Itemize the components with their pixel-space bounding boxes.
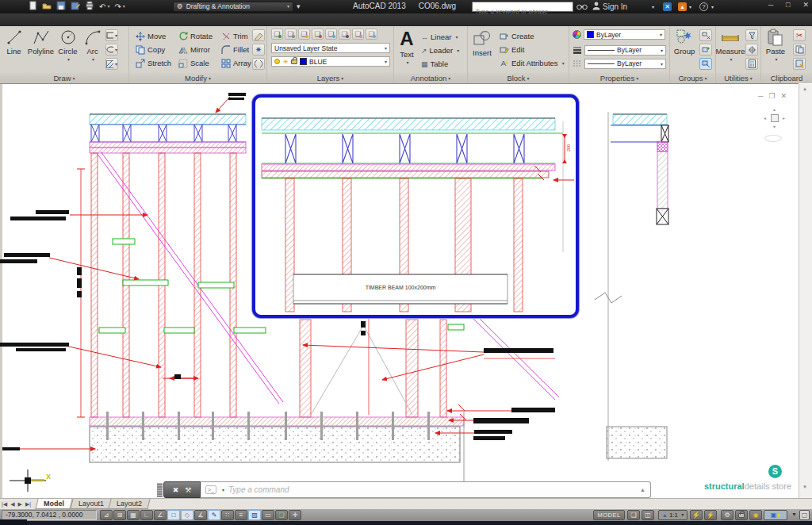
command-input[interactable]: >_ ▾ Type a command ▲ (201, 481, 651, 498)
layer-state-dropdown[interactable]: Unsaved Layer State▾ (271, 43, 390, 53)
trim-button[interactable]: Trim▾ (221, 30, 255, 42)
lineweight-toggle[interactable]: ≡ (235, 510, 247, 520)
polar-tracking-toggle[interactable]: ∠ (154, 510, 167, 520)
layer-unisolate-icon[interactable]: ❏ (312, 29, 324, 40)
create-block-button[interactable]: Create (500, 30, 534, 42)
group-button[interactable]: Group (672, 29, 697, 73)
status-options-icon[interactable]: ▾ (790, 510, 799, 520)
lineweight-dropdown[interactable]: ByLayer▾ (584, 45, 666, 56)
hardware-acceleration-icon[interactable]: ◉ (749, 510, 762, 520)
selection-cycling-toggle[interactable]: ❏ (275, 510, 288, 520)
layer-off-icon[interactable]: ❏ (339, 29, 350, 40)
quick-select-icon[interactable] (745, 29, 758, 41)
layer-state-icon[interactable]: ❏ (285, 29, 297, 40)
snap-mode-toggle[interactable]: ⊞ (113, 510, 126, 520)
panel-footer-properties[interactable]: Properties▾ (569, 73, 669, 83)
quick-view-layouts-icon[interactable]: ❏ (627, 510, 640, 520)
layer-properties-icon[interactable]: ❏ (271, 29, 283, 40)
comm-chevron-icon[interactable]: ▾ (689, 2, 691, 13)
panel-footer-clipboard[interactable]: Clipboard (761, 73, 812, 83)
object-snap-toggle[interactable]: □ (167, 510, 180, 520)
move-button[interactable]: Move (136, 30, 166, 42)
group-edit-icon[interactable] (699, 44, 712, 56)
object-snap-tracking-toggle[interactable]: ∡ (194, 510, 207, 520)
command-expand-icon[interactable]: ▲ (640, 487, 645, 492)
layer-thaw-sun-icon[interactable]: ☀ (282, 58, 289, 66)
layer-unlock-icon[interactable] (291, 59, 297, 64)
cut-icon[interactable]: ✂ (793, 29, 806, 41)
workspace-dropdown[interactable]: ⚙ Drafting & Annotation ▾ (173, 2, 293, 12)
panel-footer-modify[interactable]: Modify▾ (129, 73, 266, 83)
ellipse-tool-icon[interactable]: ▾ (105, 44, 118, 56)
quick-properties-toggle[interactable]: ▭ (262, 510, 274, 520)
insert-block-button[interactable]: Insert (469, 29, 495, 73)
edit-attributes-button[interactable]: Edit Attributes▾ (500, 57, 565, 69)
dynamic-ucs-toggle[interactable]: ✎ (208, 510, 220, 520)
command-close-icon[interactable]: ✖ (173, 486, 179, 494)
viewport-restore-icon[interactable]: ❐ (768, 92, 775, 100)
layer-dropdown[interactable]: ☀ BLUE ▾ (271, 56, 390, 67)
plot-icon[interactable] (85, 1, 94, 13)
leader-button[interactable]: ↗Leader▾ (421, 44, 459, 56)
quick-calc-icon[interactable] (745, 58, 758, 70)
copy-button[interactable]: Copy (136, 44, 165, 56)
command-wrench-icon[interactable]: ⚒ (185, 486, 191, 494)
help-chevron-icon[interactable]: ▾ (711, 2, 714, 13)
viewport-minimize-icon[interactable]: ─ (758, 92, 763, 100)
drawing-canvas[interactable]: TIMBER BEAM 100x200mm 200 ─ ❐ ✕ ▴▾ ◂▸ (0, 83, 799, 498)
navigation-wheel-icon[interactable] (764, 135, 782, 142)
stretch-button[interactable]: Stretch (136, 57, 171, 69)
minimize-button[interactable]: ─ (768, 1, 773, 9)
tab-prev-icon[interactable]: ◀ (10, 500, 14, 509)
panel-footer-block[interactable]: Block▾ (468, 73, 569, 83)
ungroup-icon[interactable] (699, 29, 712, 41)
model-space-button[interactable]: MODEL (593, 510, 625, 520)
sign-in-button[interactable]: Sign In (603, 2, 627, 12)
table-button[interactable]: ▦Table (421, 58, 448, 70)
sign-in-chevron-icon[interactable]: ▾ (652, 2, 654, 13)
dynamic-input-toggle[interactable]: ∷ (221, 510, 234, 520)
communication-center-icon[interactable]: ▲ (678, 2, 687, 11)
pan-navigation-widget[interactable]: ▴▾ ◂▸ (763, 106, 787, 130)
layer-on-bulb-icon[interactable] (274, 59, 280, 64)
explode-tool-icon[interactable]: ✷ (252, 44, 265, 56)
panel-footer-utilities[interactable]: Utilities▾ (716, 73, 760, 83)
panel-footer-draw[interactable]: Draw▾ (0, 73, 128, 83)
scroll-down-icon[interactable]: ▼ (802, 485, 807, 489)
circle-button[interactable]: Circle ▾ (56, 29, 80, 73)
help-icon[interactable]: ? (699, 2, 708, 11)
grid-display-toggle[interactable]: ▦ (127, 510, 140, 520)
vertical-scrollbar[interactable]: ▲ ▼ (799, 84, 812, 498)
edit-block-button[interactable]: Edit (500, 44, 524, 56)
panel-footer-groups[interactable]: Groups▾ (670, 73, 715, 83)
undo-icon[interactable]: ↶▾ (99, 2, 109, 13)
copy-clip-icon[interactable] (793, 44, 806, 56)
text-button[interactable]: A Text ▾ (396, 29, 418, 73)
new-file-icon[interactable] (29, 1, 37, 13)
annotation-monitor-toggle[interactable]: ✛ (289, 510, 301, 520)
qat-customize-icon[interactable]: ▾ (297, 2, 301, 12)
hatch-tool-icon[interactable]: ▾ (105, 58, 118, 70)
measure-button[interactable]: Measure ▾ (717, 29, 744, 73)
layer-freeze-icon[interactable]: ❏ (325, 29, 337, 40)
panel-footer-layers[interactable]: Layers▾ (267, 73, 393, 83)
object-color-dropdown[interactable]: ByLayer▾ (584, 29, 665, 40)
arc-button[interactable]: Arc ▾ (80, 29, 105, 73)
exchange-apps-icon[interactable]: ✕ (663, 2, 672, 11)
scale-button[interactable]: Scale (178, 57, 209, 69)
layer-match-icon[interactable]: ❏ (352, 29, 364, 40)
erase-tool-icon[interactable] (252, 29, 265, 41)
paste-button[interactable]: Paste ▾ (763, 29, 788, 73)
group-selection-toggle-icon[interactable] (699, 58, 712, 70)
save-icon[interactable] (56, 1, 66, 13)
ortho-mode-toggle[interactable]: ∟ (140, 510, 153, 520)
clean-screen-button[interactable]: ▢ (799, 510, 810, 520)
paste-special-icon[interactable] (793, 58, 806, 70)
panel-footer-annotation[interactable]: Annotation▾ (394, 73, 467, 83)
annotation-visibility-icon[interactable]: ⚡ (690, 510, 703, 520)
circle-dropdown-icon[interactable]: ▾ (67, 56, 70, 62)
redo-icon[interactable]: ↷▾ (114, 2, 124, 13)
save-as-icon[interactable] (71, 1, 80, 13)
quick-view-drawings-icon[interactable]: ◫ (642, 510, 654, 520)
id-point-icon[interactable] (745, 44, 758, 56)
